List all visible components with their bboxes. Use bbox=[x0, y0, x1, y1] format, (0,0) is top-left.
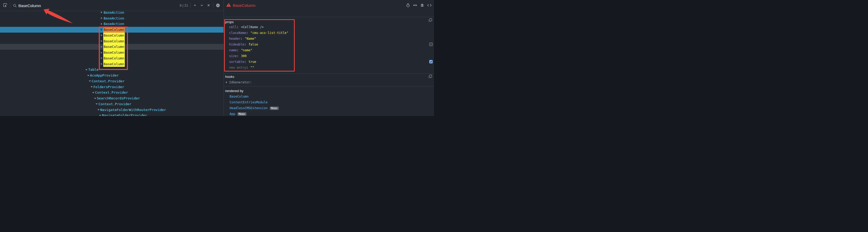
tree-row[interactable]: Context.Provider bbox=[0, 90, 223, 95]
prop-key: header bbox=[229, 37, 240, 40]
prop-value[interactable]: false bbox=[249, 42, 258, 46]
inspect-element-button[interactable] bbox=[3, 3, 8, 8]
tree-row[interactable]: BaseColumn bbox=[0, 61, 223, 67]
memo-badge: Memo bbox=[270, 107, 279, 110]
prop-key: new entry bbox=[229, 66, 246, 69]
hook-row[interactable]: IdGenerator: bbox=[229, 80, 252, 85]
prop-key: className bbox=[229, 31, 246, 35]
prop-key: sortable bbox=[229, 60, 244, 64]
disclosure-triangle-icon[interactable] bbox=[101, 17, 102, 19]
tree-row[interactable]: BaseColumn bbox=[0, 27, 223, 33]
disclosure-triangle-icon[interactable] bbox=[226, 81, 227, 83]
tree-row-label: BaseAction bbox=[103, 21, 125, 27]
prop-value[interactable]: "Name" bbox=[245, 37, 256, 40]
prop-boolean-checkbox[interactable] bbox=[429, 42, 433, 46]
tree-row-label: SearchRecordsProvider bbox=[96, 95, 141, 101]
prop-row[interactable]: cell:<CellName /> bbox=[229, 24, 264, 30]
prop-row[interactable]: className:"cms-aco-list-title" bbox=[229, 30, 288, 36]
disclosure-triangle-icon[interactable] bbox=[101, 34, 102, 36]
disclosure-triangle-icon[interactable] bbox=[92, 92, 94, 93]
prop-value[interactable]: 300 bbox=[241, 54, 247, 58]
disclosure-triangle-icon[interactable] bbox=[91, 86, 93, 88]
tree-row-label: AcoAppProvider bbox=[90, 72, 120, 78]
rendered-by-owner-link[interactable]: BaseColumn bbox=[229, 95, 249, 98]
disclosure-triangle-icon[interactable] bbox=[101, 40, 102, 42]
copy-hooks-icon[interactable] bbox=[428, 75, 432, 79]
tree-row-label: BaseColumn bbox=[103, 44, 125, 50]
tree-row-label: BaseAction bbox=[103, 11, 125, 15]
tree-row[interactable]: NavigateFolderWithRouterProvider bbox=[0, 107, 223, 113]
prop-row[interactable]: size:300 bbox=[229, 53, 247, 59]
disclosure-triangle-icon[interactable] bbox=[89, 81, 91, 82]
disclosure-triangle-icon[interactable] bbox=[101, 29, 102, 31]
tree-row[interactable]: AcoAppProvider bbox=[0, 72, 223, 78]
disclosure-triangle-icon[interactable] bbox=[101, 11, 102, 13]
disclosure-triangle-icon[interactable] bbox=[101, 23, 102, 25]
inspect-dom-eye-icon[interactable] bbox=[413, 3, 417, 8]
tree-row-label: Table bbox=[88, 67, 99, 72]
tree-row[interactable]: BaseColumn bbox=[0, 33, 223, 38]
tree-row[interactable]: BaseColumn bbox=[0, 50, 223, 56]
disclosure-triangle-icon[interactable] bbox=[101, 52, 102, 54]
tree-row[interactable]: BaseColumn bbox=[0, 56, 223, 61]
tree-row[interactable]: Table bbox=[0, 67, 223, 72]
prop-value[interactable]: <CellName /> bbox=[241, 25, 264, 29]
disclosure-triangle-icon[interactable] bbox=[99, 115, 101, 116]
prop-row[interactable]: name:"name" bbox=[229, 47, 252, 53]
suspense-timer-icon[interactable] bbox=[406, 3, 410, 8]
disclosure-triangle-icon[interactable] bbox=[85, 69, 88, 70]
prop-row[interactable]: new entry:"" bbox=[229, 65, 254, 70]
prop-value[interactable]: true bbox=[249, 60, 256, 64]
tree-row[interactable]: BaseColumn bbox=[0, 38, 223, 44]
log-to-console-bug-icon[interactable] bbox=[420, 3, 425, 8]
prop-colon: : bbox=[244, 60, 246, 64]
rendered-by-row: ContentEntriesModule bbox=[229, 99, 268, 105]
copy-props-icon[interactable] bbox=[428, 18, 432, 22]
rendered-by-owner-link[interactable]: App bbox=[229, 112, 236, 116]
tree-row[interactable]: Context.Provider bbox=[0, 101, 223, 107]
prop-value[interactable]: "" bbox=[250, 66, 254, 69]
rendered-by-section-label: rendered by bbox=[225, 88, 243, 94]
rendered-by-owner-link[interactable]: ContentEntriesModule bbox=[229, 100, 268, 104]
prop-row[interactable]: hideable:false bbox=[229, 41, 258, 47]
tree-row-label: BaseColumn bbox=[103, 56, 125, 61]
error-boundary-warning-icon bbox=[226, 3, 231, 8]
prop-row[interactable]: header:"Name" bbox=[229, 36, 256, 41]
tree-row-label: BaseColumn bbox=[103, 27, 125, 33]
disclosure-triangle-icon[interactable] bbox=[87, 75, 89, 76]
disclosure-triangle-icon[interactable] bbox=[97, 109, 99, 111]
next-match-button[interactable] bbox=[199, 3, 204, 8]
disclosure-triangle-icon[interactable] bbox=[94, 98, 96, 99]
disclosure-triangle-icon[interactable] bbox=[96, 104, 98, 105]
view-source-code-icon[interactable] bbox=[427, 3, 432, 8]
previous-match-button[interactable] bbox=[192, 3, 197, 8]
tree-row[interactable]: FoldersProvider bbox=[0, 84, 223, 90]
tree-row[interactable]: BaseColumn bbox=[0, 44, 223, 50]
tree-row[interactable]: NavigateFolderProvider bbox=[0, 113, 223, 116]
prop-boolean-checkbox[interactable] bbox=[429, 60, 433, 63]
tree-row[interactable]: BaseAction bbox=[0, 21, 223, 27]
rendered-by-row: HeadlessCMSExtensionMemo bbox=[229, 105, 279, 111]
tree-row-label: NavigateFolderWithRouterProvider bbox=[100, 107, 166, 113]
disclosure-triangle-icon[interactable] bbox=[101, 63, 102, 65]
disclosure-triangle-icon[interactable] bbox=[101, 46, 102, 48]
tree-row-label: BaseAction bbox=[103, 15, 125, 21]
search-input[interactable] bbox=[18, 2, 103, 9]
prop-row[interactable]: sortable:true bbox=[229, 59, 256, 65]
inspected-element-header: BaseColumn bbox=[224, 0, 434, 17]
disclosure-triangle-icon[interactable] bbox=[101, 57, 102, 59]
tree-row[interactable]: BaseAction bbox=[0, 15, 223, 21]
memo-badge: Memo bbox=[238, 112, 246, 116]
prop-value[interactable]: "cms-aco-list-title" bbox=[250, 31, 288, 35]
settings-gear-button[interactable] bbox=[215, 3, 220, 8]
prop-colon: : bbox=[246, 66, 248, 69]
react-devtools-components-panel: 8 | 21 bbox=[0, 0, 434, 116]
toolbar-divider bbox=[190, 3, 190, 8]
prop-colon: : bbox=[246, 31, 248, 35]
tree-row[interactable]: BaseAction bbox=[0, 11, 223, 15]
rendered-by-owner-link[interactable]: HeadlessCMSExtension bbox=[229, 106, 268, 110]
clear-search-button[interactable] bbox=[206, 3, 211, 8]
tree-row[interactable]: SearchRecordsProvider bbox=[0, 95, 223, 101]
tree-row[interactable]: Context.Provider bbox=[0, 78, 223, 84]
prop-value[interactable]: "name" bbox=[241, 49, 252, 52]
